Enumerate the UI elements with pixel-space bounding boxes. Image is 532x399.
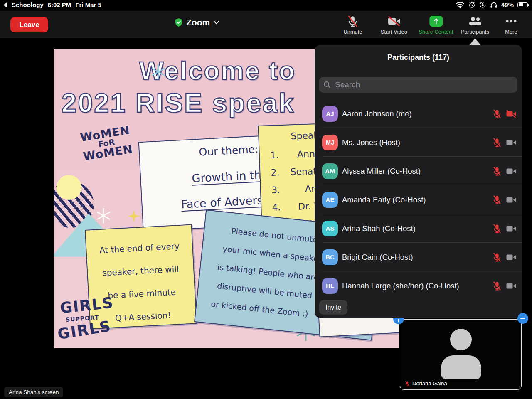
avatar: AJ <box>322 106 338 122</box>
search-icon <box>323 81 331 89</box>
video-on-icon <box>506 224 516 234</box>
theme-heading: Our theme: <box>199 143 259 158</box>
video-thumbnail[interactable]: Doriana Gaina <box>400 319 522 390</box>
participant-row[interactable]: BC Brigit Cain (Co-Host) <box>315 243 522 271</box>
battery-icon <box>517 2 528 7</box>
participant-row[interactable]: AS Arina Shah (Co-Host) <box>315 214 522 243</box>
status-bar: Schoology 6:02 PM Fri Mar 5 <box>0 0 532 11</box>
meeting-title[interactable]: Zoom <box>175 17 219 27</box>
participants-button[interactable]: Participants <box>458 14 492 35</box>
share-up-arrow-icon <box>429 16 443 27</box>
person-silhouette-head <box>450 329 472 350</box>
mic-muted-icon <box>492 138 502 148</box>
mic-muted-icon <box>492 166 502 176</box>
video-on-icon <box>506 195 516 205</box>
avatar: BC <box>322 249 338 265</box>
avatar: AE <box>322 192 338 208</box>
thumbnail-name: Doriana Gaina <box>412 380 447 387</box>
search-box[interactable] <box>319 77 517 93</box>
orientation-lock-icon <box>479 1 486 8</box>
video-on-icon <box>506 166 516 176</box>
screen-share-label: Arina Shah's screen <box>4 387 63 397</box>
mic-muted-icon <box>492 109 502 119</box>
zoom-meeting-screen: Schoology 6:02 PM Fri Mar 5 <box>0 0 532 399</box>
panel-pointer-arrow <box>469 38 481 45</box>
minimize-thumbnail-button[interactable] <box>517 313 528 324</box>
participants-list: AJ Aaron Johnson (me) MJ Ms. Jones (Host… <box>315 99 522 300</box>
participant-name: Alyssa Miller (Co-Host) <box>342 167 492 176</box>
alarm-icon <box>468 1 475 8</box>
mic-muted-icon <box>492 195 502 205</box>
yellow-sparkle-icon <box>127 209 140 223</box>
back-arrow-icon[interactable] <box>3 2 7 8</box>
avatar: AS <box>322 221 338 236</box>
encryption-shield-icon <box>175 18 183 27</box>
video-on-icon <box>506 252 516 262</box>
invite-button[interactable]: Invite <box>319 300 347 315</box>
mic-muted-icon <box>492 224 502 234</box>
up-arrow-icon <box>398 319 399 322</box>
start-video-button[interactable]: Start Video <box>378 14 410 35</box>
participants-panel: Participants (117) AJ Aaron Johnson (me) <box>315 45 522 318</box>
share-content-button[interactable]: Share Content <box>416 14 456 35</box>
participant-name: Brigit Cain (Co-Host) <box>342 253 492 262</box>
avatar: MJ <box>322 135 338 150</box>
mic-muted-icon <box>347 15 359 28</box>
participant-name: Arina Shah (Co-Host) <box>342 224 492 233</box>
video-off-icon <box>388 15 400 28</box>
participant-name: Amanda Early (Co-Host) <box>342 195 492 204</box>
unmute-button[interactable]: Unmute <box>341 14 365 35</box>
mic-muted-icon <box>492 252 502 262</box>
participant-name: Aaron Johnson (me) <box>342 109 492 118</box>
participant-row[interactable]: AM Alyssa Miller (Co-Host) <box>315 157 522 185</box>
blue-sparkle-icon <box>150 64 166 80</box>
back-app-link[interactable]: Schoology <box>12 1 44 8</box>
video-on-icon <box>506 281 516 291</box>
participant-row[interactable]: AJ Aaron Johnson (me) <box>315 99 522 128</box>
ellipsis-icon <box>506 15 517 28</box>
theme-line1: Growth in the <box>192 168 268 185</box>
participants-panel-title: Participants (117) <box>315 53 522 62</box>
leave-button[interactable]: Leave <box>10 17 48 32</box>
slide-title-line2: 2021 RISE speak <box>62 87 295 118</box>
video-off-icon <box>506 109 516 119</box>
yellow-circle-shape <box>57 175 81 200</box>
avatar: AM <box>322 163 338 179</box>
search-input[interactable] <box>334 80 513 90</box>
participants-icon <box>468 15 482 28</box>
status-time: 6:02 PM <box>48 1 71 8</box>
participant-name: Hannah Large (she/her) (Co-Host) <box>342 281 492 291</box>
mic-muted-icon <box>404 381 410 387</box>
minus-icon <box>520 318 525 319</box>
person-silhouette-body <box>441 355 481 379</box>
battery-percent: 49% <box>501 1 514 8</box>
mic-muted-icon <box>492 281 502 291</box>
wifi-icon <box>456 2 465 8</box>
participant-name: Ms. Jones (Host) <box>342 138 492 147</box>
avatar: HL <box>322 278 338 294</box>
white-sparkle-icon <box>96 208 111 224</box>
headphones-icon <box>490 2 498 8</box>
participant-row[interactable]: HL Hannah Large (she/her) (Co-Host) <box>315 271 522 300</box>
video-on-icon <box>506 138 516 148</box>
participant-row[interactable]: MJ Ms. Jones (Host) <box>315 128 522 157</box>
meeting-title-label: Zoom <box>186 17 210 27</box>
more-button[interactable]: More <box>502 14 520 35</box>
meeting-toolbar: Leave Zoom Unmute Start Video <box>0 11 532 38</box>
chevron-down-icon <box>213 20 219 25</box>
status-date: Fri Mar 5 <box>75 1 101 8</box>
participant-row[interactable]: AE Amanda Early (Co-Host) <box>315 185 522 214</box>
women-for-women-logo: WoMEN FoR WoMEN <box>79 124 133 162</box>
girls-support-girls-text: GIRLS SUPPORT GIRLS <box>60 297 114 338</box>
